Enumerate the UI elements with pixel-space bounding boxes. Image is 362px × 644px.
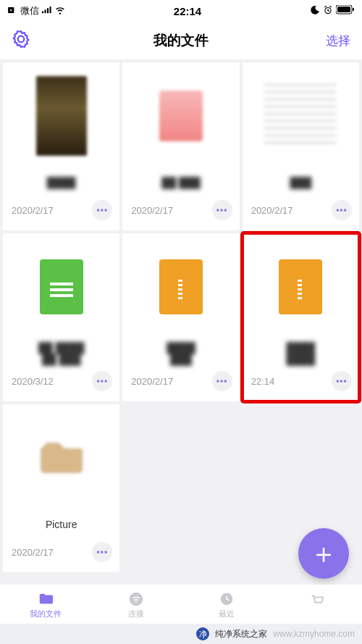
svg-rect-7: [337, 7, 350, 12]
tab-label: 最近: [219, 609, 235, 619]
folder-thumbnail: [3, 404, 119, 511]
file-name: ███: [243, 170, 359, 196]
file-thumbnail: [3, 233, 119, 340]
file-date: 2020/3/12: [12, 376, 54, 387]
file-date: 2020/2/17: [12, 205, 54, 216]
wifi-icon: [127, 591, 146, 607]
tab-my-files[interactable]: 我的文件: [0, 585, 90, 625]
select-button[interactable]: 选择: [307, 33, 350, 49]
watermark-url: www.kzmyhome.com: [273, 629, 355, 639]
file-card[interactable]: Picture 2020/2/17•••: [3, 404, 119, 572]
file-date: 2020/2/17: [131, 205, 173, 216]
carrier-label: 微信: [20, 4, 39, 17]
tab-connect[interactable]: 连接: [90, 585, 181, 625]
add-button[interactable]: ＋: [298, 528, 349, 579]
watermark: 净 纯净系统之家 www.kzmyhome.com: [0, 624, 362, 644]
file-date: 22:14: [251, 376, 275, 387]
nav-bar: 我的文件 选择: [0, 22, 362, 59]
tab-label: [316, 609, 318, 618]
svg-rect-3: [47, 8, 49, 13]
tab-four[interactable]: [272, 585, 362, 625]
more-button[interactable]: •••: [212, 200, 232, 220]
more-button[interactable]: •••: [332, 200, 352, 220]
folder-icon: [36, 591, 55, 607]
file-name: ████████: [243, 340, 359, 367]
tab-label: 我的文件: [30, 609, 62, 619]
more-button[interactable]: •••: [92, 542, 112, 562]
file-thumbnail: [243, 233, 359, 340]
file-thumbnail: [3, 62, 119, 170]
more-button[interactable]: •••: [92, 200, 112, 220]
watermark-text: 纯净系统之家: [215, 628, 267, 640]
tab-bar: 我的文件 连接 最近: [0, 585, 362, 625]
settings-button[interactable]: [12, 30, 55, 51]
file-card[interactable]: ███████ 2020/2/17•••: [122, 233, 239, 401]
moon-icon: [310, 5, 320, 17]
file-name: ███████: [122, 340, 239, 367]
svg-point-10: [135, 601, 136, 603]
status-time: 22:14: [65, 5, 310, 17]
file-card[interactable]: ███ 2020/2/17•••: [243, 62, 359, 230]
status-bar: 微信 22:14: [0, 0, 362, 22]
svg-rect-1: [42, 11, 43, 13]
file-thumbnail: [122, 233, 239, 340]
file-name: ██ ███: [122, 170, 239, 196]
svg-rect-8: [353, 8, 354, 11]
alarm-icon: [323, 5, 333, 17]
file-date: 2020/2/17: [131, 376, 173, 387]
file-card[interactable]: ██ ██████ ███ 2020/3/12•••: [3, 233, 119, 401]
file-date: 2020/2/17: [251, 205, 293, 216]
signal-icon: [42, 5, 52, 17]
plus-icon: ＋: [310, 535, 337, 572]
back-icon: [7, 5, 17, 17]
file-name: ██ ██████ ███: [3, 340, 119, 367]
svg-rect-2: [45, 9, 46, 13]
file-thumbnail: [243, 62, 359, 170]
tab-recent[interactable]: 最近: [181, 585, 272, 625]
more-button[interactable]: •••: [332, 371, 352, 391]
file-name: ████: [3, 170, 119, 196]
more-button[interactable]: •••: [92, 371, 112, 391]
file-card[interactable]: ██ ███ 2020/2/17•••: [122, 62, 239, 230]
page-title: 我的文件: [55, 31, 307, 50]
svg-point-9: [129, 592, 142, 605]
file-card-highlighted[interactable]: ████████ 22:14•••: [243, 233, 359, 401]
file-date: 2020/2/17: [12, 547, 54, 558]
status-left: 微信: [7, 4, 65, 17]
more-button[interactable]: •••: [212, 371, 232, 391]
cart-icon: [308, 592, 327, 608]
tab-label: 连接: [128, 609, 144, 619]
wifi-icon: [55, 5, 65, 17]
battery-icon: [336, 5, 355, 17]
status-right: [310, 5, 355, 17]
clock-icon: [217, 591, 236, 607]
file-thumbnail: [122, 62, 239, 170]
svg-rect-4: [50, 7, 51, 13]
watermark-logo-icon: 净: [196, 627, 209, 640]
file-name: Picture: [3, 511, 119, 538]
file-card[interactable]: ████ 2020/2/17•••: [3, 62, 119, 230]
file-grid: ████ 2020/2/17••• ██ ███ 2020/2/17••• ██…: [0, 59, 362, 575]
